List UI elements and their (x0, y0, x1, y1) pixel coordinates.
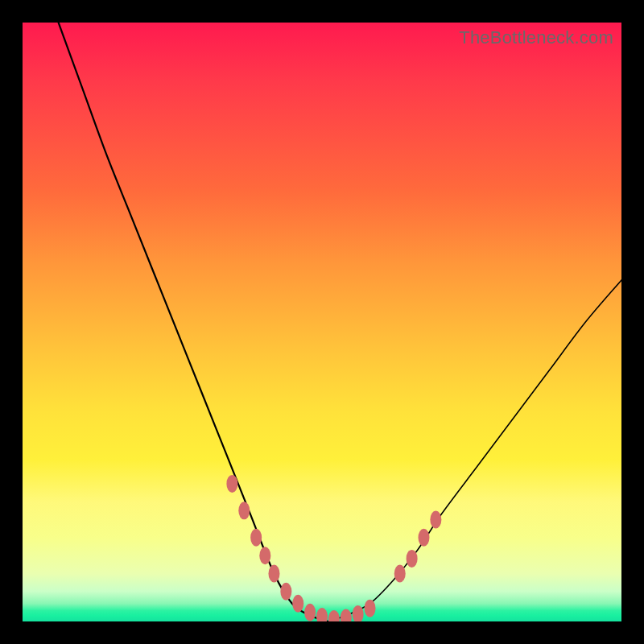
curve-left-branch (59, 23, 328, 621)
markers-right-group (341, 511, 442, 621)
chart-plot-area: TheBottleneck.com (23, 23, 621, 621)
curve-right-branch (328, 280, 621, 621)
data-marker (418, 529, 429, 547)
data-marker (238, 502, 250, 519)
data-marker (328, 610, 340, 621)
data-marker (259, 547, 270, 564)
data-marker (268, 564, 279, 582)
data-marker (280, 583, 291, 601)
data-marker (250, 529, 262, 547)
data-marker (407, 550, 418, 568)
data-marker (365, 600, 376, 617)
data-marker (226, 475, 237, 493)
chart-frame: TheBottleneck.com (0, 0, 644, 644)
data-marker (292, 595, 303, 613)
data-marker (394, 564, 406, 582)
data-marker (430, 511, 441, 529)
data-marker (304, 604, 316, 621)
data-marker (341, 609, 352, 621)
chart-curves (23, 23, 621, 621)
data-marker (316, 608, 328, 621)
